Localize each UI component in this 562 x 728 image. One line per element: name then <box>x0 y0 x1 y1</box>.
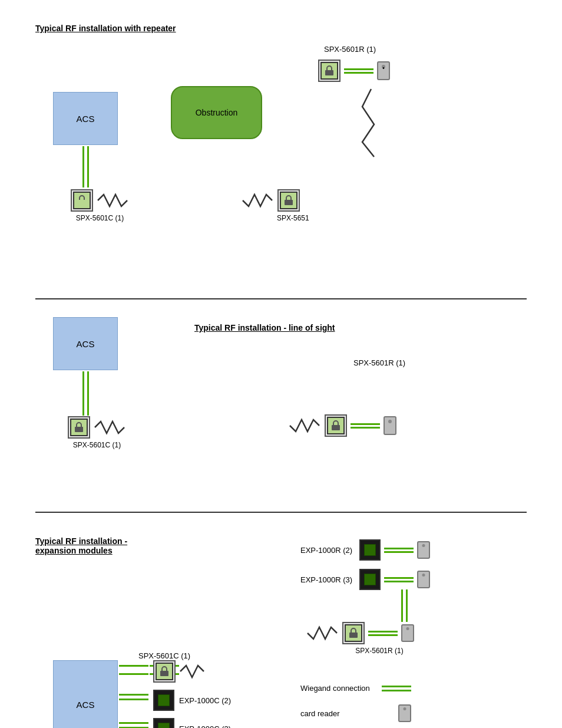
exp-c2-row: EXP-1000C (2) <box>153 690 231 711</box>
acs-box-1: ACS <box>53 92 118 145</box>
exp-c3-label: EXP-1000C (3) <box>179 724 231 729</box>
exp-r2-label: EXP-1000R (2) <box>300 546 352 555</box>
section2-title: Typical RF installation - line of sight <box>194 323 335 332</box>
spx-r-label-2: SPX-5601R (1) <box>353 358 405 367</box>
section2: ACS Typical RF installation - line of si… <box>35 311 527 500</box>
spx-c-device-3 <box>153 660 209 683</box>
exp-r3-label: EXP-1000R (3) <box>300 575 352 584</box>
section3: Typical RF installation - expansion modu… <box>35 536 527 728</box>
spx-c-label-3-above: SPX-5601C (1) <box>138 651 190 660</box>
spx-5651-label: SPX-5651 <box>277 214 309 222</box>
legend: Wiegand connection card reader RS-485 mu… <box>300 684 411 728</box>
spx-r-label-3: SPX-5601R (1) <box>345 647 414 655</box>
svg-rect-5 <box>349 633 358 638</box>
acs-to-spx-wire <box>82 146 89 187</box>
svg-rect-4 <box>332 425 340 430</box>
spx-r-device-1 <box>318 60 390 82</box>
exp-r2-row: EXP-1000R (2) <box>300 539 430 561</box>
zigzag-repeater <box>336 86 383 176</box>
obstruction: Obstruction <box>171 86 262 139</box>
spx-c-label-1: SPX-5601C (1) <box>71 214 129 222</box>
section2-title-wrap: Typical RF installation - line of sight <box>194 323 335 332</box>
svg-rect-6 <box>160 671 168 676</box>
acs-exp-c3-lines <box>119 722 148 728</box>
spx-c-label-2: SPX-5601C (1) <box>68 441 126 449</box>
exp-r3-row: EXP-1000R (3) <box>300 569 430 590</box>
card-reader-label: card reader <box>300 709 339 718</box>
spx-5651-device: SPX-5651 <box>242 189 309 222</box>
exp-c3-row: EXP-1000C (3) <box>153 718 231 728</box>
svg-rect-3 <box>75 427 83 432</box>
acs-box-3: ACS <box>53 660 118 728</box>
acs-exp-c2-lines <box>119 694 148 700</box>
section1: Typical RF installation with repeater SP… <box>35 24 527 286</box>
spx-c-device-1: SPX-5601C (1) <box>71 189 129 222</box>
acs-to-spx-wire-2 <box>82 371 89 416</box>
spx-r-label-1: SPX-5601R (1) <box>324 45 376 54</box>
wiegand-label: Wiegand connection <box>300 684 370 693</box>
divider-1 <box>35 298 527 299</box>
exp-c2-label: EXP-1000C (2) <box>179 696 231 705</box>
spx-r-device-3: SPX-5601R (1) <box>306 622 414 655</box>
section1-title: Typical RF installation with repeater <box>35 24 527 33</box>
spx-r-device-2 <box>289 414 396 437</box>
exp-to-spx-r-wire <box>401 589 408 622</box>
svg-rect-0 <box>325 70 333 75</box>
acs-box-2: ACS <box>53 317 118 370</box>
spx-c-device-2: SPX-5601C (1) <box>68 416 126 449</box>
divider-2 <box>35 512 527 513</box>
svg-rect-2 <box>285 200 293 205</box>
